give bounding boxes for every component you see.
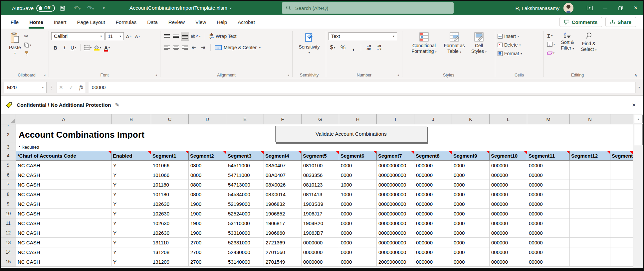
cell[interactable] [610, 190, 633, 199]
avatar[interactable] [563, 3, 573, 13]
cell[interactable]: 2009900000 [377, 257, 414, 267]
cell[interactable]: 101180 [151, 180, 189, 190]
insert-function-icon[interactable]: fx [79, 84, 83, 90]
align-left-icon[interactable] [163, 43, 171, 52]
cell[interactable] [570, 218, 610, 228]
column-header-d[interactable]: D [189, 114, 226, 124]
cell[interactable]: Y [111, 209, 151, 218]
cell[interactable]: 2700 [189, 238, 226, 247]
row-header-7[interactable]: 7 [1, 180, 16, 190]
header-cell[interactable]: Segment13 [610, 151, 633, 161]
format-cells-button[interactable]: ▦ Format▾ [498, 49, 541, 58]
cell[interactable]: 102630 [151, 199, 189, 209]
cell[interactable]: 000000 [490, 238, 527, 247]
cell[interactable]: 0000000000 [377, 199, 414, 209]
cell[interactable] [570, 170, 610, 180]
cell[interactable]: 0000 [452, 218, 490, 228]
underline-button[interactable]: U ▾ [69, 43, 78, 52]
cell[interactable]: 0000 [452, 247, 490, 257]
cell[interactable]: 54534000 [226, 190, 264, 199]
column-header-i[interactable]: I [377, 114, 414, 124]
align-bottom-icon[interactable] [181, 32, 189, 41]
cell[interactable]: 000000 [490, 161, 527, 170]
cell[interactable]: 131209 [151, 257, 189, 267]
row-header-13[interactable]: 13 [1, 238, 16, 247]
column-header-a[interactable]: A [16, 114, 111, 124]
cell[interactable] [610, 180, 633, 190]
user-name[interactable]: R, Lakshmanasamy [515, 5, 559, 11]
cell[interactable]: 0000 [452, 161, 490, 170]
cell[interactable]: Y [111, 190, 151, 199]
cell[interactable]: 000000 [414, 218, 452, 228]
header-cell[interactable]: Segment2 [189, 151, 226, 161]
row-header-3[interactable]: 3 [1, 143, 16, 151]
cell[interactable] [570, 161, 610, 170]
cell[interactable]: Y [111, 199, 151, 209]
conditional-formatting-button[interactable]: Conditional Formatting ▾ [408, 31, 440, 56]
cell[interactable]: 0000 [339, 257, 377, 267]
cell[interactable]: 101066 [151, 170, 189, 180]
row-header-2[interactable]: 2 [1, 126, 16, 143]
cell[interactable]: 0000000000 [377, 180, 414, 190]
cell[interactable]: 54711000 [226, 170, 264, 180]
cell[interactable]: 1900 [189, 218, 226, 228]
header-cell[interactable]: Segment12 [570, 151, 610, 161]
cell[interactable]: 131208 [151, 247, 189, 257]
header-cell[interactable]: Segment9 [452, 151, 490, 161]
accounting-format-button[interactable]: $ ▾ [328, 43, 337, 52]
cell[interactable]: Y [111, 180, 151, 190]
cell[interactable]: 00000 [527, 180, 570, 190]
cell[interactable]: 1903S39 [302, 199, 339, 209]
header-cell[interactable]: Segment5 [302, 151, 339, 161]
header-cell[interactable]: Segment11 [527, 151, 570, 161]
cell[interactable]: NC CASH [16, 228, 111, 238]
cell[interactable]: 000000 [490, 228, 527, 238]
name-box[interactable]: M20 ▾ [4, 82, 47, 93]
cell[interactable]: 53110000 [226, 218, 264, 228]
cell[interactable]: 1900 [189, 209, 226, 218]
cell[interactable]: 53140000 [226, 257, 264, 267]
cell[interactable]: Y [111, 228, 151, 238]
cell[interactable]: 0000000000 [377, 209, 414, 218]
cell[interactable]: 0800 [189, 170, 226, 180]
cell[interactable]: 08A0407 [264, 161, 302, 170]
tab-data[interactable]: Data [142, 15, 163, 29]
cell[interactable]: 2700 [189, 257, 226, 267]
cell[interactable]: NC CASH [16, 238, 111, 247]
cell[interactable]: 1906832 [264, 199, 302, 209]
row-header-6[interactable]: 6 [1, 170, 16, 180]
cell[interactable]: 00000 [527, 247, 570, 257]
cell[interactable]: 102630 [151, 228, 189, 238]
expand-formula-bar-icon[interactable]: ▾ [638, 85, 640, 89]
tab-formulas[interactable]: Formulas [110, 15, 142, 29]
cell[interactable]: NC CASH [16, 209, 111, 218]
cell[interactable] [610, 228, 633, 238]
header-cell[interactable]: Segment4 [264, 151, 302, 161]
cell[interactable]: 000000 [414, 238, 452, 247]
cell[interactable] [610, 257, 633, 267]
decrease-decimal-button[interactable]: .00→0 [375, 43, 383, 52]
column-header-m[interactable]: M [527, 114, 570, 124]
cell[interactable] [610, 170, 633, 180]
header-cell[interactable]: Segment10 [490, 151, 527, 161]
row-header-14[interactable]: 14 [1, 247, 16, 257]
cell[interactable] [570, 209, 610, 218]
cell[interactable]: 0000 [452, 209, 490, 218]
cell[interactable]: 2701560 [264, 247, 302, 257]
vertical-scrollbar[interactable]: ▲ [633, 114, 643, 268]
cell[interactable]: 52331000 [226, 238, 264, 247]
align-right-icon[interactable] [181, 43, 189, 52]
header-cell[interactable]: Segment8 [414, 151, 452, 161]
cell[interactable]: 000000 [414, 209, 452, 218]
format-as-table-button[interactable]: Format as Table ▾ [441, 31, 468, 56]
share-button[interactable]: Share [605, 17, 636, 27]
row-header-11[interactable]: 11 [1, 218, 16, 228]
cell[interactable]: Y [111, 257, 151, 267]
row-header-8[interactable]: 8 [1, 190, 16, 199]
font-size-select[interactable]: 11▾ [105, 32, 124, 40]
cell[interactable]: NC CASH [16, 199, 111, 209]
save-icon[interactable] [60, 5, 68, 11]
tab-help[interactable]: Help [211, 15, 232, 29]
cell[interactable]: 0000000000 [377, 247, 414, 257]
cell[interactable]: Y [111, 247, 151, 257]
